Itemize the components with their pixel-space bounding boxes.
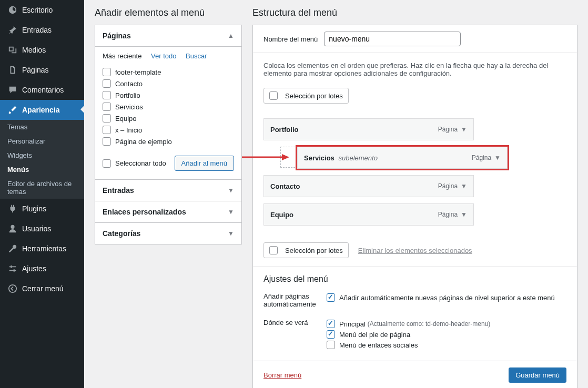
page-option-label: Equipo — [115, 115, 136, 122]
auto-add-pages-checkbox[interactable] — [327, 293, 335, 302]
location-option-primary[interactable]: Principal (Actualmente como: td-demo-hea… — [327, 319, 490, 329]
menu-item-handle[interactable]: Contacto Página ▼ — [263, 175, 474, 197]
chevron-down-icon[interactable]: ▼ — [461, 126, 467, 133]
menu-footer-bar: Borrar menú Guardar menú — [253, 361, 577, 388]
chevron-down-icon[interactable]: ▼ — [461, 182, 467, 190]
bulk-select-row-bottom: Selección por lotes Eliminar los element… — [253, 237, 577, 267]
select-all-checkbox[interactable] — [103, 159, 111, 168]
page-option-label: footer-template — [115, 68, 161, 76]
sidebar-sub-widgets[interactable]: Widgets — [0, 148, 84, 162]
tab-view-all[interactable]: Ver todo — [151, 52, 176, 60]
save-menu-button[interactable]: Guardar menú — [509, 367, 566, 383]
menu-edit-box: Nombre del menú Coloca los elementos en … — [252, 25, 577, 388]
tab-recent[interactable]: Más reciente — [103, 52, 141, 60]
location-checkbox[interactable] — [327, 330, 335, 339]
bulk-select-label: Selección por lotes — [285, 92, 343, 100]
postbox-posts-title: Entradas — [103, 186, 134, 195]
menu-settings: Ajustes del menú Añadir páginas automáti… — [253, 267, 577, 361]
wrench-icon — [7, 243, 18, 254]
postbox-categories-header[interactable]: Categorías ▼ — [95, 223, 241, 244]
sidebar-label: Usuarios — [22, 224, 51, 233]
sidebar-label: Cerrar menú — [22, 284, 64, 293]
sidebar-sub-theme-editor[interactable]: Editor de archivos de temas — [0, 177, 84, 199]
sidebar-label: Apariencia — [22, 106, 60, 114]
sidebar-item-tools[interactable]: Herramientas — [0, 239, 84, 259]
location-checkbox[interactable] — [327, 341, 335, 349]
sidebar-sub-customize[interactable]: Personalizar — [0, 134, 84, 148]
select-all[interactable]: Seleccionar todo — [103, 159, 166, 168]
sidebar-item-pages[interactable]: Páginas — [0, 60, 84, 80]
admin-sidebar: Escritorio Entradas Medios Páginas Comen… — [0, 0, 84, 388]
sidebar-item-posts[interactable]: Entradas — [0, 20, 84, 40]
menu-settings-heading: Ajustes del menú — [263, 274, 566, 284]
chevron-down-icon: ▼ — [228, 187, 234, 194]
chevron-down-icon[interactable]: ▼ — [461, 211, 467, 218]
add-items-column: Añadir elementos al menú Páginas ▲ Más r… — [95, 0, 242, 388]
pin-icon — [7, 25, 18, 35]
location-option-social[interactable]: Menú de enlaces sociales — [327, 340, 490, 350]
menu-item-type-label: Página — [472, 154, 491, 161]
bulk-select-toggle-bottom[interactable]: Selección por lotes — [263, 242, 349, 258]
sidebar-sub-menus[interactable]: Menús — [0, 162, 84, 177]
menu-item-handle[interactable]: Portfolio Página ▼ — [263, 118, 474, 140]
page-option[interactable]: Contacto — [103, 78, 234, 89]
chevron-up-icon: ▲ — [228, 32, 234, 39]
page-checkbox[interactable] — [103, 68, 111, 76]
menu-items-list: Portfolio Página ▼ Servicios subelemento — [253, 109, 577, 237]
bulk-select-checkbox[interactable] — [269, 91, 278, 100]
menu-item-title: Contacto — [270, 182, 300, 190]
sidebar-item-users[interactable]: Usuarios — [0, 219, 84, 239]
sidebar-item-media[interactable]: Medios — [0, 40, 84, 60]
page-option[interactable]: Servicios — [103, 101, 234, 113]
sidebar-label: Plugins — [22, 205, 46, 213]
sidebar-label: Escritorio — [22, 6, 53, 14]
sidebar-item-collapse[interactable]: Cerrar menú — [0, 279, 84, 299]
postbox-pages-body: Más reciente Ver todo Buscar footer-temp… — [95, 46, 241, 179]
menu-name-input[interactable] — [324, 32, 461, 46]
display-locations-label: Dónde se verá — [263, 319, 327, 350]
sidebar-item-dashboard[interactable]: Escritorio — [0, 0, 84, 20]
auto-add-pages-option[interactable]: Añadir automáticamente nuevas páginas de… — [327, 292, 555, 303]
location-option-label: Menú del pie de página — [339, 331, 410, 339]
postbox-posts: Entradas ▼ — [95, 179, 242, 201]
brush-icon — [7, 105, 18, 115]
auto-add-pages-label: Añadir páginas automáticamente — [263, 292, 327, 308]
page-checkbox[interactable] — [103, 79, 111, 88]
postbox-pages-title: Páginas — [103, 32, 131, 40]
page-checkbox[interactable] — [103, 114, 111, 122]
page-option[interactable]: x – Inicio — [103, 124, 234, 136]
sidebar-item-plugins[interactable]: Plugins — [0, 199, 84, 219]
menu-item-type: Página ▼ — [438, 126, 467, 133]
sidebar-sub-themes[interactable]: Temas — [0, 120, 84, 134]
location-option-footer[interactable]: Menú del pie de página — [327, 329, 490, 340]
menu-item-handle[interactable]: Servicios subelemento Página ▼ — [297, 147, 508, 169]
bulk-select-checkbox[interactable] — [269, 246, 278, 254]
menu-structure-column: Estructura del menú Nombre del menú Colo… — [252, 0, 577, 388]
postbox-posts-header[interactable]: Entradas ▼ — [95, 180, 241, 201]
location-checkbox[interactable] — [327, 320, 335, 328]
page-option[interactable]: footer-template — [103, 66, 234, 78]
chevron-down-icon[interactable]: ▼ — [494, 154, 501, 161]
remove-selected-link[interactable]: Eliminar los elementos seleccionados — [358, 247, 472, 254]
chevron-down-icon: ▼ — [228, 208, 234, 216]
add-to-menu-button[interactable]: Añadir al menú — [175, 156, 234, 171]
page-checkbox[interactable] — [103, 126, 111, 134]
page-checkbox[interactable] — [103, 91, 111, 99]
page-option[interactable]: Equipo — [103, 113, 234, 124]
page-option[interactable]: Portfolio — [103, 89, 234, 101]
page-checkbox[interactable] — [103, 137, 111, 146]
delete-menu-link[interactable]: Borrar menú — [263, 371, 301, 379]
menu-item-handle[interactable]: Equipo Página ▼ — [263, 203, 474, 226]
postbox-custom-links-header[interactable]: Enlaces personalizados ▼ — [95, 201, 241, 222]
sidebar-item-settings[interactable]: Ajustes — [0, 259, 84, 279]
page-option[interactable]: Página de ejemplo — [103, 136, 234, 147]
sidebar-item-appearance[interactable]: Apariencia — [0, 100, 84, 120]
postbox-pages-header[interactable]: Páginas ▲ — [95, 25, 241, 46]
tab-search[interactable]: Buscar — [186, 52, 207, 60]
postbox-pages: Páginas ▲ Más reciente Ver todo Buscar f… — [95, 25, 242, 180]
add-items-title: Añadir elementos al menú — [95, 0, 242, 25]
page-checkbox[interactable] — [103, 103, 111, 111]
bulk-select-toggle[interactable]: Selección por lotes — [263, 88, 349, 104]
sidebar-item-comments[interactable]: Comentarios — [0, 80, 84, 100]
menu-item-type-label: Página — [438, 126, 458, 133]
